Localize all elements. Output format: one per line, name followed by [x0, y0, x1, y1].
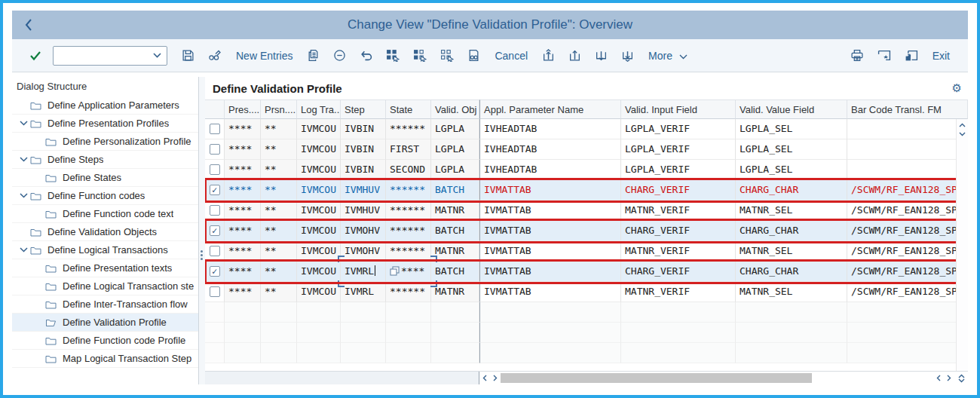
select-column-header[interactable]	[205, 100, 225, 119]
cell-bar-code-transl-fm[interactable]	[847, 160, 968, 180]
cell-valid-value-field[interactable]: CHARG_CHAR	[736, 221, 847, 241]
cell-step[interactable]: IVMRL	[341, 262, 386, 282]
cell-pres-[interactable]: ****	[225, 160, 261, 180]
command-field[interactable]	[53, 46, 167, 66]
sidebar-item-define-states[interactable]: Define States	[12, 169, 198, 187]
last-page-button[interactable]	[614, 44, 641, 67]
sidebar-item-define-logical-transaction-ste[interactable]: Define Logical Transaction ste	[12, 277, 198, 295]
cell-valid-input-field[interactable]: CHARG_VERIF	[621, 180, 736, 201]
details-button[interactable]	[461, 44, 487, 67]
sidebar-item-define-presentation-profiles[interactable]: Define Presentation Profiles	[12, 115, 198, 133]
cell-bar-code-transl-fm[interactable]: /SCWM/RF_EAN128_SPL	[847, 221, 968, 241]
cell-valid-obj[interactable]: BATCH	[431, 180, 479, 201]
cell-valid-obj[interactable]: BATCH	[431, 221, 479, 241]
cell-appl-parameter-name[interactable]: IVHEADTAB	[479, 160, 621, 180]
scroll-right-icon[interactable]	[490, 372, 501, 384]
table-row[interactable]: ✓******IVMCOUIVMHUV******BATCHIVMATTABCH…	[205, 180, 968, 201]
cell-valid-obj[interactable]: LGPLA	[431, 119, 479, 139]
cell-appl-parameter-name[interactable]: IVHEADTAB	[479, 139, 621, 160]
table-settings-gear-icon[interactable]: ⚙	[952, 81, 963, 95]
scroll-corner[interactable]	[954, 372, 968, 384]
cell-valid-input-field[interactable]: MATNR_VERIF	[621, 241, 736, 262]
cell-valid-input-field[interactable]: LGPLA_VERIF	[621, 139, 736, 160]
sidebar-item-define-personalization-profile[interactable]: Define Personalization Profile	[12, 133, 198, 151]
cell-pres-[interactable]: ****	[225, 201, 261, 221]
cell-log-tra-[interactable]: IVMCOU	[297, 201, 341, 221]
table-row[interactable]: ******IVMCOUIVBIN******LGPLAIVHEADTABLGP…	[205, 119, 968, 139]
cell-step[interactable]: IVMOHV	[341, 221, 386, 241]
row-checkbox[interactable]	[210, 246, 220, 256]
cell-bar-code-transl-fm[interactable]: /SCWM/RF_EAN128_SPL	[847, 241, 968, 262]
new-task-window-button[interactable]	[871, 44, 898, 67]
cell-valid-value-field[interactable]: MATNR_SEL	[736, 282, 847, 302]
column-header-valid-value-field[interactable]: Valid. Value Field	[736, 100, 847, 119]
scroll-right-end-icon[interactable]	[944, 372, 954, 384]
scroll-left-end-icon[interactable]	[933, 372, 944, 384]
exit-button[interactable]: Exit	[925, 50, 957, 62]
cell-log-tra-[interactable]: IVMCOU	[297, 139, 341, 160]
scroll-left-icon[interactable]	[479, 372, 490, 384]
cell-bar-code-transl-fm[interactable]: /SCWM/RF_EAN128_SPL	[847, 262, 968, 282]
cell-step[interactable]: IVBIN	[341, 139, 386, 160]
display-change-button[interactable]	[201, 44, 228, 67]
sidebar-item-define-application-parameters[interactable]: Define Application Parameters	[12, 96, 198, 115]
cell-log-tra-[interactable]: IVMCOU	[297, 119, 341, 139]
cell-valid-value-field[interactable]: LGPLA_SEL	[736, 139, 847, 160]
empty-table-row[interactable]	[205, 323, 968, 343]
table-row[interactable]: ✓******IVMCOUIVMOHV******BATCHIVMATTABCH…	[205, 221, 968, 241]
cell-bar-code-transl-fm[interactable]	[847, 139, 968, 160]
sidebar-item-map-logical-transaction-step[interactable]: Map Logical Transaction Step	[12, 350, 198, 368]
sidebar-item-define-validation-objects[interactable]: Define Validation Objects	[12, 223, 198, 241]
cell-state[interactable]: ******	[386, 180, 431, 201]
sidebar-item-define-steps[interactable]: Define Steps	[12, 151, 198, 169]
copy-as-button[interactable]	[300, 44, 326, 67]
cell-log-tra-[interactable]: IVMCOU	[297, 262, 341, 282]
cell-appl-parameter-name[interactable]: IVMATTAB	[479, 201, 621, 221]
cell-log-tra-[interactable]: IVMCOU	[297, 221, 341, 241]
cell-appl-parameter-name[interactable]: IVHEADTAB	[479, 119, 621, 139]
cell-state[interactable]: ****	[386, 262, 431, 282]
column-header-state[interactable]: State	[386, 100, 431, 119]
cell-valid-input-field[interactable]: MATNR_VERIF	[621, 201, 736, 221]
cell-pres-[interactable]: ****	[225, 119, 261, 139]
cell-state[interactable]: ******	[386, 241, 431, 262]
cell-valid-input-field[interactable]: LGPLA_VERIF	[621, 119, 736, 139]
row-checkbox[interactable]: ✓	[210, 225, 220, 236]
empty-table-row[interactable]	[205, 302, 968, 323]
next-page-button[interactable]	[588, 44, 614, 67]
column-header-step[interactable]: Step	[341, 100, 386, 119]
cell-valid-obj[interactable]: LGPLA	[431, 160, 479, 180]
cell-pres-[interactable]: ****	[225, 241, 261, 262]
cell-valid-obj[interactable]: BATCH	[431, 262, 479, 282]
sidebar-item-define-logical-transactions[interactable]: Define Logical Transactions	[12, 241, 198, 259]
cell-appl-parameter-name[interactable]: IVMATTAB	[479, 221, 621, 241]
cell-bar-code-transl-fm[interactable]: /SCWM/RF_EAN128_SPL	[847, 282, 968, 302]
undo-button[interactable]	[353, 44, 379, 67]
row-checkbox[interactable]	[210, 144, 220, 155]
cell-appl-parameter-name[interactable]: IVMATTAB	[479, 262, 621, 282]
cell-log-tra-[interactable]: IVMCOU	[297, 180, 341, 201]
table-row[interactable]: ******IVMCOUIVMRL******MATNRIVMATTABMATN…	[205, 282, 968, 302]
empty-table-row[interactable]	[205, 343, 968, 363]
select-block-button[interactable]	[406, 44, 433, 67]
new-entries-button[interactable]: New Entries	[228, 50, 300, 62]
cancel-button[interactable]: Cancel	[487, 50, 535, 62]
cell-pres-[interactable]: ****	[225, 282, 261, 302]
column-header-log-tra-[interactable]: Log Tra...	[297, 100, 341, 119]
sidebar-item-define-presentation-texts[interactable]: Define Presentation texts	[12, 259, 198, 277]
cell-pres-[interactable]: ****	[225, 139, 261, 160]
cell-bar-code-transl-fm[interactable]: /SCWM/RF_EAN128_SPL	[847, 201, 968, 221]
cell-appl-parameter-name[interactable]: IVMATTAB	[479, 282, 621, 302]
column-header-bar-code-transl-fm[interactable]: Bar Code Transl. FM	[847, 100, 968, 119]
vertical-scrollbar[interactable]	[956, 119, 968, 371]
table-row[interactable]: ******IVMCOUIVMOHV******MATNRIVMATTABMAT…	[205, 241, 968, 262]
cell-pres-[interactable]: ****	[225, 221, 261, 241]
row-checkbox[interactable]	[210, 124, 220, 134]
column-header-appl-parameter-name[interactable]: Appl. Parameter Name	[479, 100, 621, 119]
cell-valid-value-field[interactable]: LGPLA_SEL	[736, 160, 847, 180]
pane-splitter[interactable]	[199, 77, 205, 384]
sidebar-item-define-validation-profile[interactable]: Define Validation Profile	[12, 314, 198, 332]
cell-prsn-[interactable]: **	[261, 282, 297, 302]
row-checkbox[interactable]: ✓	[210, 185, 220, 195]
sidebar-item-define-function-code-profile[interactable]: Define Function code Profile	[12, 332, 198, 350]
